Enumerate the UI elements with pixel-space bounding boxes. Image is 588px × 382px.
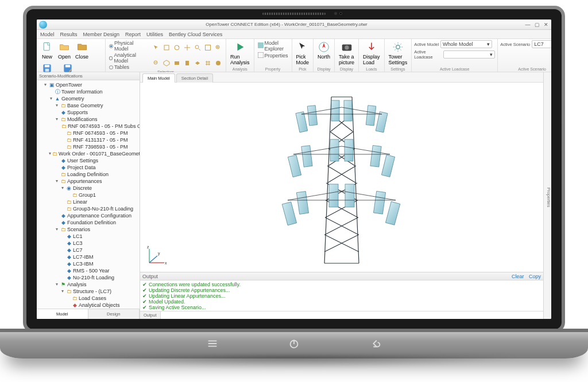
tree-app-config[interactable]: ◆Appurtenance Configuration bbox=[54, 212, 140, 219]
view-analytical-radio[interactable]: Analytical Model bbox=[108, 52, 148, 64]
tree-group[interactable]: 🗀Group1 bbox=[65, 192, 140, 198]
close-button[interactable]: ✕ bbox=[542, 21, 550, 28]
output-clear-button[interactable]: Clear bbox=[512, 274, 524, 279]
grid-icon bbox=[258, 52, 264, 59]
tree-structure[interactable]: ▾🗀Structure - (LC7) bbox=[60, 288, 140, 295]
view-physical-radio[interactable]: Physical Model bbox=[108, 40, 148, 52]
play-icon bbox=[234, 41, 246, 53]
tree-group-noload[interactable]: 🗀Group3-No-210-ft Loading bbox=[60, 205, 140, 212]
output-tab[interactable]: Output bbox=[140, 311, 161, 319]
folder-close-icon bbox=[76, 41, 88, 53]
tool-rotate-icon[interactable] bbox=[172, 43, 181, 52]
tab-main-model[interactable]: Main Model bbox=[142, 73, 175, 83]
tree-supports[interactable]: ◆Supports bbox=[54, 109, 140, 116]
viewport-3d[interactable]: z x y bbox=[140, 83, 543, 272]
tree-modifications[interactable]: ▾🗀Modifications bbox=[54, 116, 140, 123]
menubar-item[interactable]: Utilities bbox=[146, 32, 163, 37]
tree-foundation[interactable]: ◆Foundation Definition bbox=[54, 219, 140, 226]
tool-select-icon[interactable] bbox=[162, 43, 171, 52]
tool-zoom-in-icon[interactable] bbox=[214, 43, 223, 52]
active-model-dropdown[interactable]: Whole Model▾ bbox=[440, 40, 492, 48]
run-analysis-button[interactable]: Run Analysis bbox=[229, 40, 252, 66]
new-button[interactable]: New bbox=[39, 40, 55, 60]
tree-linear[interactable]: 🗀Linear bbox=[60, 198, 140, 205]
tool-zoom-fit-icon[interactable] bbox=[203, 43, 212, 52]
svg-rect-36 bbox=[370, 146, 381, 167]
minimize-button[interactable]: — bbox=[524, 21, 532, 28]
tree-scenario[interactable]: ◆LC3-IBM bbox=[60, 260, 140, 267]
menubar-item[interactable]: Member Design bbox=[83, 32, 120, 37]
tree-scenario[interactable]: ◆LC3 bbox=[60, 240, 140, 247]
tool-top-icon[interactable] bbox=[193, 59, 202, 68]
tree-work-order[interactable]: ▾🗀Work Order - 001071_BaseGeometry bbox=[48, 150, 140, 157]
tree-tower-info[interactable]: ⓘTower Information bbox=[48, 88, 140, 95]
svg-rect-0 bbox=[44, 43, 49, 50]
tree-scenarios[interactable]: ▾🗀Scenarios bbox=[54, 226, 140, 233]
tool-front-icon[interactable] bbox=[172, 59, 181, 68]
tool-shade-icon[interactable] bbox=[214, 59, 223, 68]
active-loadcase-dropdown[interactable]: ▾ bbox=[443, 50, 495, 59]
sidebar-header: Scenario-Modifications bbox=[37, 72, 140, 80]
properties-toggle[interactable]: Properties bbox=[257, 52, 289, 59]
cursor-icon bbox=[296, 41, 309, 53]
tree-mod[interactable]: 🗀RNF 0674593 - 05 - PM bbox=[60, 130, 140, 137]
display-load-button[interactable]: Display Load bbox=[361, 40, 382, 66]
view-tables-radio[interactable]: Tables bbox=[108, 64, 148, 70]
tree-geometry[interactable]: ▾▲Geometry bbox=[48, 95, 140, 102]
tool-zoom-out-icon[interactable] bbox=[152, 59, 161, 68]
tree-project-data[interactable]: ◆Project Data bbox=[54, 164, 140, 171]
tree-scenario[interactable]: ◆LC1 bbox=[60, 233, 140, 240]
tool-grid-icon[interactable] bbox=[203, 59, 212, 68]
tree-discrete[interactable]: ▾◉Discrete bbox=[60, 185, 140, 192]
svg-marker-15 bbox=[237, 44, 243, 51]
tool-iso-icon[interactable] bbox=[162, 59, 171, 68]
model-explorer-toggle[interactable]: Model Explorer bbox=[257, 40, 289, 52]
svg-rect-27 bbox=[366, 106, 376, 126]
tree-scenario[interactable]: ◆LC7 bbox=[60, 247, 140, 254]
tool-zoom-icon[interactable] bbox=[193, 43, 202, 52]
tree-analysis[interactable]: ▾⚑Analysis bbox=[54, 281, 140, 288]
tower-model-icon bbox=[250, 85, 434, 269]
svg-line-52 bbox=[149, 256, 157, 263]
output-log[interactable]: ✔Connections were updated successfully. … bbox=[140, 280, 543, 311]
svg-rect-16 bbox=[258, 42, 264, 48]
tree-scenario[interactable]: ◆LC7-IBM bbox=[60, 254, 140, 260]
sidebar-tab-design[interactable]: Design bbox=[88, 309, 140, 319]
tree-load-cases[interactable]: 🗀Load Cases bbox=[65, 295, 140, 302]
north-button[interactable]: North bbox=[316, 40, 332, 60]
maximize-button[interactable]: ▢ bbox=[533, 21, 541, 28]
tree-appurtenances[interactable]: ▾🗀Appurtenances bbox=[54, 178, 140, 185]
svg-rect-2 bbox=[45, 65, 49, 67]
tree-mod[interactable]: 🗀RNF 4131317 - 05 - PM bbox=[60, 137, 140, 143]
menubar-item[interactable]: Report bbox=[125, 32, 141, 37]
tool-cursor-icon[interactable] bbox=[152, 43, 161, 52]
tree-loading-def[interactable]: 🗀Loading Definition bbox=[54, 171, 140, 178]
tree-analytical-objects[interactable]: ◆Analytical Objects bbox=[65, 302, 140, 309]
svg-rect-26 bbox=[344, 100, 352, 121]
tree-scenario[interactable]: ◆RMS - 500 Year bbox=[60, 267, 140, 274]
sidebar-tab-model[interactable]: Model bbox=[37, 309, 88, 319]
tree-mod[interactable]: 🗀RNF 0674593 - 05 - PM Subs Only bbox=[60, 123, 140, 130]
menubar-item[interactable]: Results bbox=[60, 32, 78, 37]
tool-pan-icon[interactable] bbox=[183, 43, 192, 52]
tower-settings-button[interactable]: Tower Settings bbox=[387, 40, 409, 66]
take-picture-button[interactable]: Take a picture bbox=[337, 40, 356, 66]
titlebar: OpenTower CONNECT Edition (x64) - WorkOr… bbox=[37, 20, 551, 30]
tree-base-geometry[interactable]: ▾🗀Base Geometry bbox=[54, 102, 140, 109]
active-scenario-dropdown[interactable]: LC7▾ bbox=[532, 40, 551, 48]
tree-user-settings[interactable]: ◆User Settings bbox=[54, 157, 140, 164]
menubar-item[interactable]: Bentley Cloud Services bbox=[169, 32, 222, 37]
tab-section-detail[interactable]: Section Detail bbox=[176, 73, 213, 83]
svg-rect-23 bbox=[296, 112, 308, 132]
tree-root[interactable]: ▾▣OpenTower bbox=[42, 81, 140, 88]
properties-panel-collapsed[interactable]: Properties bbox=[543, 72, 551, 319]
open-button[interactable]: Open bbox=[56, 40, 72, 60]
model-tree[interactable]: ▾▣OpenTower ⓘTower Information ▾▲Geometr… bbox=[37, 80, 140, 309]
menubar-item[interactable]: Model bbox=[40, 32, 55, 37]
tree-scenario[interactable]: ◆No-210-ft Loading bbox=[60, 274, 140, 281]
tool-side-icon[interactable] bbox=[183, 59, 192, 68]
pick-mode-button[interactable]: Pick Mode bbox=[295, 40, 311, 66]
output-copy-button[interactable]: Copy bbox=[529, 274, 541, 279]
tree-mod[interactable]: 🗀RNF 7398593 - 05 - PM bbox=[60, 143, 140, 150]
close-file-button[interactable]: Close bbox=[74, 40, 90, 60]
